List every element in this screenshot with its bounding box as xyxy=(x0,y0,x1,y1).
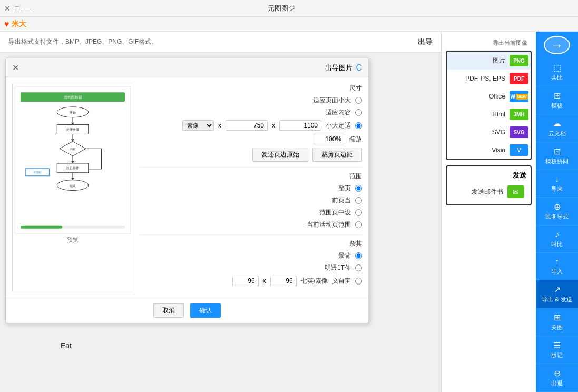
sidebar-item-0[interactable]: ⬚ 共比 xyxy=(536,58,578,86)
cancel-button[interactable]: 取消 xyxy=(153,303,184,318)
fit-content-radio[interactable] xyxy=(355,109,362,116)
sidebar-item-9[interactable]: ⊞ 关图 xyxy=(536,308,578,336)
dialog-title: 出导图片 C xyxy=(325,63,362,73)
sidebar-item-8[interactable]: ↗ 导出 & 发送 xyxy=(536,280,578,308)
scale-input[interactable] xyxy=(314,134,345,144)
settings-panel: 尺寸 适应页面小大 适应内容 xyxy=(140,84,362,291)
svg-text:开始: 开始 xyxy=(70,111,76,114)
close-dialog-button[interactable]: ✕ xyxy=(12,63,19,73)
email-icon: ✉ xyxy=(507,185,524,198)
svg-rect-26 xyxy=(21,226,62,229)
custom-label: 小大定适 xyxy=(326,121,351,130)
export-item-office[interactable]: Office W NEW xyxy=(447,87,531,105)
sidebar-item-11[interactable]: ⊖ 出退 xyxy=(536,364,578,392)
page-range-current-radio[interactable] xyxy=(355,221,362,228)
sidebar-arrow-icon: → xyxy=(551,38,563,53)
sidebar-label-4: 导来 xyxy=(551,185,563,193)
heart-icon: ♥ xyxy=(4,19,9,29)
background-radio[interactable] xyxy=(355,252,362,259)
right-export-panel: 导出当前图像 图片 PNG PDF, PS, EPS PDF Office W … xyxy=(441,32,536,392)
minimize-button[interactable]: — xyxy=(23,4,31,13)
dialog-body: 流程图标题 开始 处理步骤 xyxy=(6,77,368,298)
confirm-button[interactable]: 确认 xyxy=(190,303,221,318)
export-types-box: 图片 PNG PDF, PS, EPS PDF Office W NEW Htm… xyxy=(446,51,532,160)
send-email-label: 发送邮件书 xyxy=(472,188,503,197)
office-badge: W NEW xyxy=(510,91,528,102)
send-title: 发送 xyxy=(451,171,526,180)
visio-badge: V xyxy=(510,144,528,156)
sidebar-item-2[interactable]: ☁ 云文档 xyxy=(536,114,578,142)
width-input[interactable] xyxy=(279,120,321,131)
maximize-button[interactable]: □ xyxy=(15,4,19,13)
svg-marker-9 xyxy=(71,139,74,141)
current-page-radio[interactable] xyxy=(355,197,362,204)
size-label: 尺寸 xyxy=(140,84,362,93)
export-item-visio[interactable]: Visio V xyxy=(447,141,531,159)
dialog-footer: 取消 确认 xyxy=(6,298,368,323)
all-pages-radio[interactable] xyxy=(355,185,362,192)
sidebar-label-1: 模板 xyxy=(551,102,563,110)
sidebar-icon-0: ⬚ xyxy=(553,63,561,73)
height-unit-input[interactable] xyxy=(232,276,259,286)
svg-text:执行操作: 执行操作 xyxy=(66,166,79,170)
window-title: 元图图ジ xyxy=(268,4,295,13)
svg-badge: SVG xyxy=(510,126,528,138)
png-badge: PNG xyxy=(510,55,528,66)
sidebar-item-5[interactable]: ⊕ 民务导式 xyxy=(536,198,578,226)
page-range-radio[interactable] xyxy=(355,209,362,216)
title-bar: ✕ □ — 元图图ジ xyxy=(0,0,578,17)
title-bar-controls[interactable]: ✕ □ — xyxy=(4,4,31,13)
close-button[interactable]: ✕ xyxy=(4,4,11,13)
transparency-radio[interactable] xyxy=(355,264,362,271)
svg-text:结束: 结束 xyxy=(70,184,76,188)
custom-misc-radio[interactable] xyxy=(355,278,362,285)
custom-radio[interactable] xyxy=(355,122,362,129)
sidebar-item-10[interactable]: ☰ 版记 xyxy=(536,336,578,364)
sidebar: → ⬚ 共比 ⊞ 模板 ☁ 云文档 ⊡ 模板协同 ↓ 导来 ⊕ 民务导式 ♪ 叫… xyxy=(536,32,578,392)
sidebar-top-button[interactable]: → xyxy=(544,36,570,54)
sidebar-label-11: 出退 xyxy=(551,379,563,387)
sidebar-item-4[interactable]: ↓ 导来 xyxy=(536,170,578,198)
send-email-button[interactable]: 发送邮件书 ✉ xyxy=(451,183,526,200)
sidebar-item-3[interactable]: ⊡ 模板协同 xyxy=(536,142,578,170)
refresh-icon[interactable]: C xyxy=(356,63,362,73)
sidebar-item-1[interactable]: ⊞ 模板 xyxy=(536,86,578,114)
sidebar-icon-11: ⊖ xyxy=(554,368,561,378)
current-page-row: 前页当 xyxy=(140,196,362,205)
sidebar-label-6: 叫比 xyxy=(551,240,563,248)
app-name: 米大 xyxy=(12,19,26,29)
export-item-svg[interactable]: SVG SVG xyxy=(447,123,531,141)
png-label: 图片 xyxy=(493,56,505,65)
range-section: 范围 整页 前页当 范围页中设 xyxy=(140,172,362,229)
range-label: 范围 xyxy=(140,172,362,181)
pdf-label: PDF, PS, EPS xyxy=(465,75,505,82)
export-dialog: ✕ 出导图片 C 流程图标题 xyxy=(5,58,369,324)
preview-label: 预览 xyxy=(15,236,131,244)
export-item-html[interactable]: Html JMH xyxy=(447,105,531,123)
eat-label: Eat xyxy=(61,341,72,350)
page-range-label: 范围页中设 xyxy=(319,208,351,217)
height-input[interactable] xyxy=(226,120,268,131)
current-page-label: 前页当 xyxy=(332,196,351,205)
crop-button[interactable]: 裁剪页边距 xyxy=(312,148,362,162)
scale-per-unit-label: 七英\素像 xyxy=(301,277,328,286)
divider-1 xyxy=(140,167,362,168)
page-range-current-row: 当前活动页范围 xyxy=(140,220,362,229)
sidebar-icon-6: ♪ xyxy=(555,230,559,239)
dialog-title-text: 出导图片 xyxy=(325,63,352,73)
export-item-png[interactable]: 图片 PNG xyxy=(447,52,531,70)
width-unit-input[interactable] xyxy=(270,276,297,286)
fit-page-radio[interactable] xyxy=(355,97,362,104)
unit-select[interactable]: 素像 xyxy=(182,120,214,131)
reset-button[interactable]: 复还页边原始 xyxy=(252,148,308,162)
sidebar-item-6[interactable]: ♪ 叫比 xyxy=(536,226,578,253)
sidebar-item-7[interactable]: ↑ 导入 xyxy=(536,253,578,280)
visio-label: Visio xyxy=(492,146,505,154)
export-item-pdf[interactable]: PDF, PS, EPS PDF xyxy=(447,70,531,87)
sidebar-icon-9: ⊞ xyxy=(554,312,561,322)
export-description: 导出格式支持文件，BMP、JPEG、PNG、GIF格式。 xyxy=(8,37,168,46)
svg-marker-5 xyxy=(71,123,74,125)
svg-marker-20 xyxy=(71,178,74,180)
main-container: 导出格式支持文件，BMP、JPEG、PNG、GIF格式。 出导 ✕ 出导图片 C xyxy=(0,32,578,392)
custom-size-row: 素像 x x 小大定适 xyxy=(140,120,362,131)
